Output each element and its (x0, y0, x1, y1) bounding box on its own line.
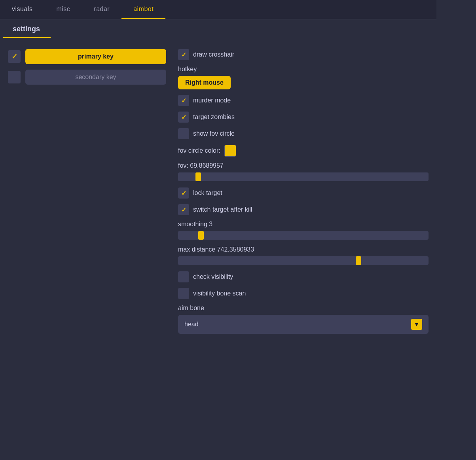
secondary-key-checkbox[interactable]: ✓ (8, 71, 21, 83)
fov-slider-track[interactable] (178, 172, 429, 181)
switch-target-label: switch target after kill (193, 206, 252, 213)
target-zombies-label: target zombies (193, 114, 235, 121)
max-distance-label: max distance 742.3580933 (178, 246, 429, 253)
show-fov-circle-label: show fov circle (193, 130, 235, 137)
smoothing-slider-thumb[interactable] (198, 231, 204, 240)
fov-slider-container (178, 172, 429, 181)
max-distance-slider-container (178, 256, 429, 265)
aim-bone-value: head (184, 321, 411, 328)
secondary-key-row: ✓ secondary key (8, 70, 166, 85)
main-content: ✓ primary key ✓ secondary key ✓ draw cro… (0, 40, 436, 343)
nav-tabs: visuals misc radar aimbot (0, 0, 436, 19)
draw-crosshair-label: draw crosshair (193, 51, 234, 58)
lock-target-row: ✓ lock target (178, 187, 429, 199)
visibility-bone-scan-checkbox[interactable]: ✓ (178, 288, 189, 299)
switch-target-row: ✓ switch target after kill (178, 204, 429, 215)
murder-mode-checkbox[interactable]: ✓ (178, 95, 189, 106)
primary-key-checkbox[interactable]: ✓ (8, 50, 21, 63)
check-visibility-row: ✓ check visibility (178, 271, 429, 282)
murder-mode-row: ✓ murder mode (178, 95, 429, 106)
smoothing-slider-container (178, 231, 429, 240)
show-fov-circle-checkbox[interactable]: ✓ (178, 128, 189, 139)
visibility-bone-scan-label: visibility bone scan (193, 290, 246, 297)
settings-header: settings (3, 19, 51, 38)
smoothing-slider-track[interactable] (178, 231, 429, 240)
visibility-bone-scan-row: ✓ visibility bone scan (178, 288, 429, 299)
target-zombies-checkbox[interactable]: ✓ (178, 112, 189, 123)
aim-bone-dropdown[interactable]: head ▼ (178, 315, 429, 334)
aim-bone-label: aim bone (178, 305, 429, 312)
fov-value-label: fov: 69.8689957 (178, 162, 429, 169)
tab-misc[interactable]: misc (44, 0, 82, 19)
check-visibility-label: check visibility (193, 273, 233, 280)
smoothing-label: smoothing 3 (178, 221, 429, 228)
lock-target-label: lock target (193, 189, 222, 197)
fov-slider-thumb[interactable] (195, 172, 201, 181)
murder-mode-label: murder mode (193, 97, 231, 104)
dropdown-arrow-icon[interactable]: ▼ (411, 319, 422, 330)
right-column: ✓ draw crosshair hotkey Right mouse ✓ mu… (174, 49, 429, 334)
show-fov-circle-row: ✓ show fov circle (178, 128, 429, 139)
fov-color-swatch[interactable] (224, 145, 236, 157)
fov-circle-color-label: fov circle color: (178, 147, 220, 154)
primary-key-checkmark: ✓ (11, 52, 17, 61)
tab-aimbot[interactable]: aimbot (121, 0, 165, 19)
secondary-key-button[interactable]: secondary key (25, 70, 166, 85)
tab-radar[interactable]: radar (82, 0, 121, 19)
switch-target-checkbox[interactable]: ✓ (178, 204, 189, 215)
primary-key-button[interactable]: primary key (25, 49, 166, 64)
primary-key-row: ✓ primary key (8, 49, 166, 64)
fov-color-row: fov circle color: (178, 145, 429, 157)
left-column: ✓ primary key ✓ secondary key (8, 49, 174, 334)
max-distance-slider-track[interactable] (178, 256, 429, 265)
hotkey-label: hotkey (178, 66, 429, 73)
secondary-key-checkmark: ✓ (11, 73, 17, 81)
tab-visuals[interactable]: visuals (0, 0, 44, 19)
max-distance-slider-thumb[interactable] (356, 256, 361, 265)
target-zombies-row: ✓ target zombies (178, 112, 429, 123)
check-visibility-checkbox[interactable]: ✓ (178, 271, 189, 282)
lock-target-checkbox[interactable]: ✓ (178, 187, 189, 199)
draw-crosshair-checkbox[interactable]: ✓ (178, 49, 189, 60)
hotkey-button[interactable]: Right mouse (178, 76, 231, 89)
draw-crosshair-row: ✓ draw crosshair (178, 49, 429, 60)
